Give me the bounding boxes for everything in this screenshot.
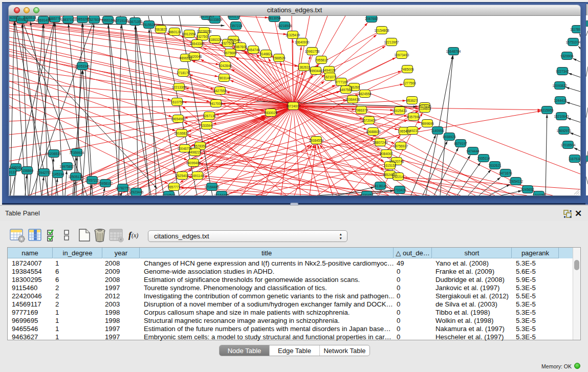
svg-text:8471676: 8471676 (499, 171, 512, 175)
svg-text:14136141: 14136141 (373, 184, 388, 188)
svg-text:2867608: 2867608 (234, 45, 247, 49)
svg-text:10961758: 10961758 (305, 50, 320, 53)
svg-text:9885776: 9885776 (48, 17, 61, 20)
svg-text:9146821: 9146821 (259, 52, 273, 56)
svg-text:15720407: 15720407 (362, 119, 377, 122)
svg-text:7955812: 7955812 (315, 58, 328, 62)
svg-text:953627: 953627 (406, 99, 418, 102)
svg-text:23420046: 23420046 (187, 55, 202, 58)
svg-text:7515524: 7515524 (142, 23, 156, 27)
svg-text:20206535: 20206535 (47, 152, 61, 156)
svg-text:939133: 939133 (9, 170, 16, 174)
svg-text:1744753: 1744753 (532, 193, 546, 196)
svg-text:9474444: 9474444 (466, 149, 480, 153)
svg-text:13226058: 13226058 (197, 30, 212, 33)
svg-text:13640910: 13640910 (295, 40, 310, 44)
svg-text:16033809: 16033809 (208, 18, 223, 21)
svg-text:15692971: 15692971 (557, 129, 572, 133)
svg-text:10025433: 10025433 (393, 109, 407, 113)
svg-text:8813054: 8813054 (268, 16, 281, 20)
svg-text:1691144: 1691144 (191, 174, 204, 178)
svg-text:9227342: 9227342 (556, 70, 569, 73)
svg-text:9329906: 9329906 (560, 54, 574, 58)
svg-text:19218506: 19218506 (277, 24, 292, 28)
svg-text:9242848: 9242848 (219, 64, 232, 68)
svg-text:8215955: 8215955 (540, 108, 554, 112)
svg-text:1244415: 1244415 (554, 99, 567, 102)
svg-text:1527602: 1527602 (88, 18, 101, 21)
svg-text:18724007: 18724007 (286, 104, 301, 108)
svg-text:10046758: 10046758 (178, 147, 192, 150)
svg-text:9230452: 9230452 (360, 193, 374, 196)
svg-text:9327508: 9327508 (221, 41, 234, 45)
svg-text:12505135: 12505135 (69, 175, 83, 179)
svg-text:12093822: 12093822 (553, 84, 568, 87)
svg-text:10654112: 10654112 (509, 180, 524, 183)
svg-text:12923446: 12923446 (129, 190, 144, 194)
svg-text:20053346: 20053346 (75, 64, 90, 68)
svg-text:7663822: 7663822 (154, 28, 167, 31)
svg-text:16782759: 16782759 (116, 186, 130, 190)
svg-text:1733426: 1733426 (393, 188, 406, 192)
svg-text:19384554: 19384554 (309, 139, 324, 142)
svg-text:9860124: 9860124 (168, 30, 181, 34)
svg-text:9084067: 9084067 (380, 152, 393, 156)
svg-text:1134603: 1134603 (419, 107, 431, 111)
svg-text:9245652: 9245652 (521, 188, 534, 191)
svg-text:7485005: 7485005 (401, 68, 414, 71)
svg-text:8990448: 8990448 (309, 69, 322, 73)
svg-text:1615152: 1615152 (383, 164, 397, 167)
svg-text:3675685: 3675685 (224, 51, 237, 55)
svg-text:8454749: 8454749 (247, 48, 260, 52)
svg-text:9498222: 9498222 (188, 150, 202, 154)
svg-text:2087682: 2087682 (365, 17, 378, 20)
svg-text:7986372: 7986372 (355, 108, 368, 112)
svg-text:1167534: 1167534 (569, 157, 580, 161)
svg-text:17016504: 17016504 (561, 143, 576, 147)
svg-text:19975857: 19975857 (60, 165, 75, 168)
svg-text:10120746: 10120746 (389, 160, 404, 163)
svg-text:1145194: 1145194 (52, 172, 64, 176)
svg-text:11178905: 11178905 (570, 28, 580, 31)
svg-text:16671355: 16671355 (128, 20, 143, 24)
svg-text:1588520: 1588520 (272, 56, 286, 60)
svg-text:9124502: 9124502 (162, 193, 176, 196)
svg-text:14099489: 14099489 (186, 161, 201, 165)
svg-text:19756927: 19756927 (394, 144, 408, 148)
svg-text:2718176: 2718176 (177, 71, 190, 75)
svg-text:252214: 252214 (393, 175, 404, 179)
svg-text:11325419: 11325419 (286, 33, 300, 37)
svg-text:17164485: 17164485 (214, 193, 229, 196)
svg-text:7357224: 7357224 (229, 24, 243, 28)
svg-text:10973493: 10973493 (395, 53, 409, 57)
svg-text:8600213: 8600213 (227, 16, 241, 18)
svg-text:2830029: 2830029 (264, 111, 277, 115)
svg-text:9777169: 9777169 (335, 80, 348, 84)
svg-text:8966160: 8966160 (101, 18, 115, 22)
svg-text:(x): (x) (132, 232, 138, 239)
svg-text:1610755: 1610755 (170, 100, 184, 104)
svg-text:17957223: 17957223 (85, 179, 100, 182)
svg-text:17359924: 17359924 (70, 151, 84, 155)
svg-text:1362615: 1362615 (297, 65, 311, 69)
svg-text:10958167: 10958167 (98, 182, 113, 185)
svg-text:12942757: 12942757 (37, 171, 52, 174)
svg-text:1905514: 1905514 (23, 16, 36, 19)
svg-text:14923: 14923 (408, 129, 417, 133)
svg-text:1140954: 1140954 (431, 129, 444, 133)
svg-text:7625402: 7625402 (176, 174, 189, 178)
svg-text:8938923: 8938923 (443, 135, 456, 139)
svg-text:20364436: 20364436 (345, 98, 360, 101)
svg-text:10719185: 10719185 (114, 19, 129, 23)
svg-text:12213967: 12213967 (384, 40, 399, 44)
svg-text:16543382: 16543382 (190, 42, 205, 46)
svg-text:8186328: 8186328 (208, 38, 222, 41)
svg-text:17164485: 17164485 (205, 185, 220, 189)
svg-text:16210643: 16210643 (554, 115, 569, 118)
svg-text:9357594: 9357594 (407, 115, 420, 119)
svg-text:15751074: 15751074 (566, 40, 580, 44)
svg-text:8912954: 8912954 (183, 32, 196, 36)
svg-text:6494028: 6494028 (322, 69, 336, 72)
svg-text:6679197: 6679197 (454, 142, 467, 145)
svg-text:10154808: 10154808 (375, 29, 389, 32)
